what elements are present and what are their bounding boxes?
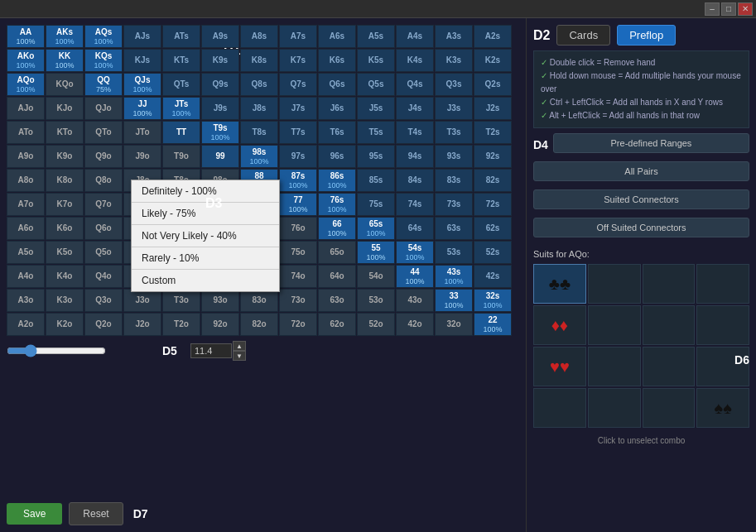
- suit-empty7[interactable]: [588, 347, 641, 386]
- hand-cell-77[interactable]: 77100%: [279, 193, 317, 216]
- hand-cell-65s[interactable]: 65s100%: [357, 217, 395, 240]
- hand-cell-t2s[interactable]: T2s: [474, 121, 512, 144]
- hand-cell-qjo[interactable]: QJo: [84, 97, 123, 120]
- hand-cell-k5s[interactable]: K5s: [357, 49, 395, 72]
- hand-cell-kjo[interactable]: KJo: [46, 97, 84, 120]
- suit-empty6[interactable]: [696, 305, 749, 345]
- hand-cell-j9s[interactable]: J9s: [201, 97, 239, 120]
- hand-cell-ato[interactable]: ATo: [7, 121, 45, 144]
- hand-cell-55[interactable]: 55100%: [357, 241, 395, 264]
- hand-cell-92o[interactable]: 92o: [201, 313, 239, 336]
- hand-cell-k7o[interactable]: K7o: [46, 193, 84, 216]
- suit-heart-heart[interactable]: ♥♥: [533, 347, 586, 386]
- hand-cell-q4o[interactable]: Q4o: [84, 265, 123, 288]
- hand-cell-32o[interactable]: 32o: [435, 313, 473, 336]
- hand-cell-j9o[interactable]: J9o: [123, 145, 161, 168]
- hand-cell-a4o[interactable]: A4o: [7, 265, 45, 288]
- hand-cell-85s[interactable]: 85s: [357, 169, 395, 192]
- hand-cell-64s[interactable]: 64s: [396, 217, 434, 240]
- off-suited-connectors-btn[interactable]: Off Suited Connectors: [533, 218, 749, 237]
- hand-cell-aks[interactable]: AKs100%: [46, 25, 84, 48]
- hand-cell-96s[interactable]: 96s: [318, 145, 356, 168]
- hand-cell-92s[interactable]: 92s: [474, 145, 512, 168]
- hand-cell-a8o[interactable]: A8o: [7, 169, 45, 192]
- hand-cell-t6s[interactable]: T6s: [318, 121, 356, 144]
- hand-cell-q9s[interactable]: Q9s: [201, 73, 239, 96]
- hand-cell-q6s[interactable]: Q6s: [318, 73, 356, 96]
- hand-cell-qjs[interactable]: QJs100%: [123, 73, 161, 96]
- hand-cell-k8o[interactable]: K8o: [46, 169, 84, 192]
- hand-cell-k5o[interactable]: K5o: [46, 241, 84, 264]
- hand-cell-j7s[interactable]: J7s: [279, 97, 317, 120]
- hand-cell-94s[interactable]: 94s: [396, 145, 434, 168]
- hand-cell-q9o[interactable]: Q9o: [84, 145, 123, 168]
- hand-cell-kjs[interactable]: KJs: [123, 49, 161, 72]
- hand-cell-95s[interactable]: 95s: [357, 145, 395, 168]
- hand-cell-t9s[interactable]: T9s100%: [201, 121, 239, 144]
- hand-cell-kqs[interactable]: KQs100%: [84, 49, 123, 72]
- hand-cell-q7o[interactable]: Q7o: [84, 193, 123, 216]
- decrement-button[interactable]: ▼: [233, 351, 246, 361]
- hand-cell-ajo[interactable]: AJo: [7, 97, 45, 120]
- suit-empty3[interactable]: [696, 264, 749, 304]
- hand-cell-q7s[interactable]: Q7s: [279, 73, 317, 96]
- value-input[interactable]: [190, 343, 232, 358]
- hand-cell-k3o[interactable]: K3o: [46, 289, 84, 312]
- hand-cell-k2s[interactable]: K2s: [474, 49, 512, 72]
- hand-cell-72o[interactable]: 72o: [279, 313, 317, 336]
- hand-cell-53s[interactable]: 53s: [435, 241, 473, 264]
- hand-cell-qq[interactable]: QQ75%: [84, 73, 123, 96]
- hand-cell-j5s[interactable]: J5s: [357, 97, 395, 120]
- hand-cell-54o[interactable]: 54o: [357, 265, 395, 288]
- hand-cell-75o[interactable]: 75o: [279, 241, 317, 264]
- hand-cell-q2o[interactable]: Q2o: [84, 313, 123, 336]
- hand-cell-kk[interactable]: KK100%: [46, 49, 84, 72]
- hand-cell-66[interactable]: 66100%: [318, 217, 356, 240]
- hand-cell-98s[interactable]: 98s100%: [240, 145, 278, 168]
- hand-cell-j2o[interactable]: J2o: [123, 313, 161, 336]
- hand-cell-qts[interactable]: QTs: [162, 73, 200, 96]
- hand-cell-k6o[interactable]: K6o: [46, 217, 84, 240]
- hand-cell-q5o[interactable]: Q5o: [84, 241, 123, 264]
- hand-cell-k2o[interactable]: K2o: [46, 313, 84, 336]
- hand-cell-j3o[interactable]: J3o: [123, 289, 161, 312]
- hand-cell-k3s[interactable]: K3s: [435, 49, 473, 72]
- hand-cell-97s[interactable]: 97s: [279, 145, 317, 168]
- hand-cell-73s[interactable]: 73s: [435, 193, 473, 216]
- hand-cell-73o[interactable]: 73o: [279, 289, 317, 312]
- suit-empty8[interactable]: [643, 347, 696, 386]
- hand-cell-42s[interactable]: 42s: [474, 265, 512, 288]
- hand-cell-q3o[interactable]: Q3o: [84, 289, 123, 312]
- hand-cell-99[interactable]: 99: [201, 145, 239, 168]
- hand-cell-t2o[interactable]: T2o: [162, 313, 200, 336]
- hand-cell-q2s[interactable]: Q2s: [474, 73, 512, 96]
- hand-cell-75s[interactable]: 75s: [357, 193, 395, 216]
- suit-empty2[interactable]: [643, 264, 696, 304]
- hand-cell-a6o[interactable]: A6o: [7, 217, 45, 240]
- hand-cell-k4s[interactable]: K4s: [396, 49, 434, 72]
- dropdown-item-3[interactable]: Rarely - 10%: [132, 247, 279, 269]
- hand-cell-j3s[interactable]: J3s: [435, 97, 473, 120]
- hand-cell-a7o[interactable]: A7o: [7, 193, 45, 216]
- hand-cell-74o[interactable]: 74o: [279, 265, 317, 288]
- hand-cell-aqo[interactable]: AQo100%: [7, 73, 45, 96]
- suit-empty10[interactable]: [533, 388, 586, 428]
- hand-cell-jj[interactable]: JJ100%: [123, 97, 161, 120]
- hand-cell-t7s[interactable]: T7s: [279, 121, 317, 144]
- hand-cell-q8o[interactable]: Q8o: [84, 169, 123, 192]
- hand-cell-54s[interactable]: 54s100%: [396, 241, 434, 264]
- hand-cell-83s[interactable]: 83s: [435, 169, 473, 192]
- hand-cell-j6s[interactable]: J6s: [318, 97, 356, 120]
- suit-empty4[interactable]: [588, 305, 641, 345]
- hand-cell-ajs[interactable]: AJs: [123, 25, 161, 48]
- hand-cell-76s[interactable]: 76s100%: [318, 193, 356, 216]
- hand-cell-k9o[interactable]: K9o: [46, 145, 84, 168]
- hand-cell-k6s[interactable]: K6s: [318, 49, 356, 72]
- hand-cell-43s[interactable]: 43s100%: [435, 265, 473, 288]
- hand-cell-k9s[interactable]: K9s: [201, 49, 239, 72]
- hand-cell-t3o[interactable]: T3o: [162, 289, 200, 312]
- hand-cell-43o[interactable]: 43o: [396, 289, 434, 312]
- hand-cell-65o[interactable]: 65o: [318, 241, 356, 264]
- hand-cell-93s[interactable]: 93s: [435, 145, 473, 168]
- hand-cell-aa[interactable]: AA100%: [7, 25, 45, 48]
